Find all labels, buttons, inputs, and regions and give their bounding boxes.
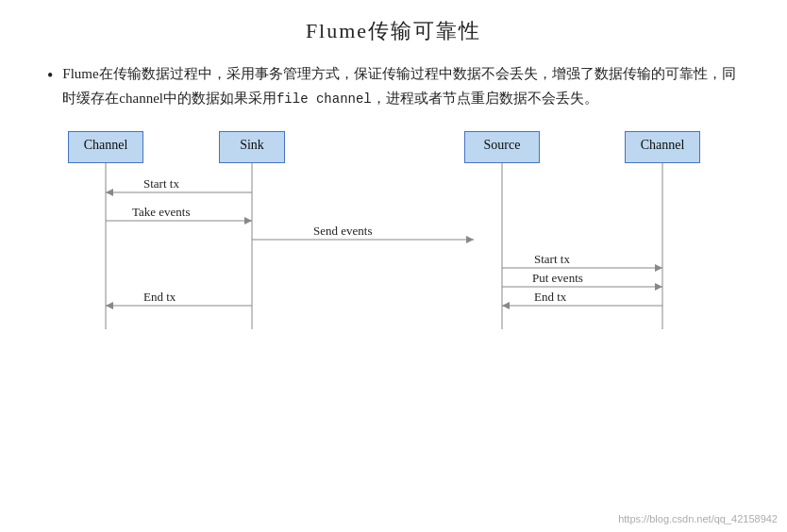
- code-inline: file channel: [276, 91, 372, 107]
- svg-marker-11: [466, 236, 474, 243]
- diagram: Channel Sink Source Channel Start tx: [40, 131, 747, 339]
- watermark: https://blog.csdn.net/qq_42158942: [618, 513, 778, 524]
- svg-text:Send events: Send events: [313, 224, 372, 238]
- svg-text:Take events: Take events: [132, 205, 191, 219]
- svg-text:Put events: Put events: [532, 271, 583, 285]
- svg-text:Start tx: Start tx: [143, 176, 179, 191]
- page-title: Flume传输可靠性: [38, 17, 749, 45]
- bullet-section: • Flume在传输数据过程中，采用事务管理方式，保证传输过程中数据不会丢失，增…: [38, 62, 749, 110]
- page: Flume传输可靠性 • Flume在传输数据过程中，采用事务管理方式，保证传输…: [0, 0, 787, 532]
- bullet-text: Flume在传输数据过程中，采用事务管理方式，保证传输过程中数据不会丢失，增强了…: [62, 62, 749, 110]
- svg-text:End tx: End tx: [143, 290, 176, 304]
- svg-marker-23: [502, 302, 510, 309]
- svg-marker-17: [655, 264, 662, 272]
- svg-marker-5: [106, 189, 113, 196]
- svg-text:Start tx: Start tx: [534, 252, 570, 266]
- svg-marker-20: [655, 283, 662, 291]
- svg-marker-14: [106, 302, 113, 309]
- bullet-row: • Flume在传输数据过程中，采用事务管理方式，保证传输过程中数据不会丢失，增…: [47, 62, 749, 110]
- svg-marker-8: [244, 217, 252, 224]
- diagram-svg: Start tx Take events Send events End tx …: [40, 131, 747, 339]
- bullet-dot: •: [47, 63, 53, 89]
- svg-text:End tx: End tx: [534, 290, 567, 304]
